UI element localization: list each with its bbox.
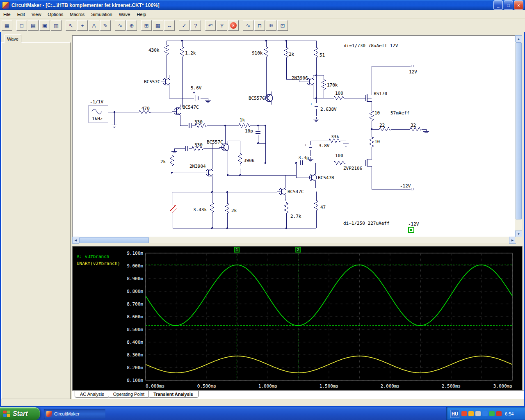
svg-text:10p: 10p: [245, 128, 253, 134]
schematic-vertical-scrollbar[interactable]: ▲ ▼: [515, 35, 522, 237]
svg-text:9.000m: 9.000m: [127, 263, 143, 269]
undo-icon[interactable]: ↶: [205, 20, 216, 31]
probe-icon[interactable]: Y: [217, 20, 227, 31]
zoom-tool-icon[interactable]: ⊕: [126, 20, 137, 31]
tray-icons: [461, 411, 502, 416]
svg-text:-12V: -12V: [400, 183, 411, 189]
svg-text:390k: 390k: [244, 158, 255, 163]
open-file-icon[interactable]: ▤: [28, 20, 39, 31]
maximize-button[interactable]: □: [504, 0, 513, 10]
svg-text:di=1/250 227uAeff: di=1/250 227uAeff: [343, 221, 390, 226]
vertical-scroll-thumb[interactable]: [516, 42, 522, 219]
svg-text:1.000ms: 1.000ms: [258, 383, 277, 389]
schematic-drawing: +++430k1.2k910k2k51di=1/730 78uAeff 12VB…: [73, 36, 516, 237]
fit-to-window-icon[interactable]: ↔: [164, 20, 175, 31]
svg-text:8.900m: 8.900m: [127, 276, 143, 281]
tray-icon-4[interactable]: [482, 411, 488, 416]
schematic-horizontal-scrollbar[interactable]: ◀ ▶: [72, 237, 522, 243]
svg-text:1.2k: 1.2k: [185, 50, 196, 56]
start-button[interactable]: Start: [0, 407, 40, 420]
svg-text:-12V: -12V: [408, 221, 419, 227]
tab-wave[interactable]: Wave: [4, 34, 21, 43]
menu-wave[interactable]: Wave: [116, 11, 134, 18]
tab-transient-analysis[interactable]: Transient Analysis: [148, 391, 199, 398]
svg-text:330: 330: [194, 142, 203, 148]
tab-operating-point[interactable]: Operating Point: [108, 391, 150, 398]
analog-waveforms-icon[interactable]: ∿: [243, 20, 253, 31]
waveform-window[interactable]: 129.100m9.000m8.900m8.800m8.700m8.600m8.…: [72, 246, 523, 390]
svg-text:430k: 430k: [148, 48, 160, 53]
toolbar-separator: [62, 21, 65, 30]
schematic-canvas[interactable]: +++430k1.2k910k2k51di=1/730 78uAeff 12VB…: [72, 35, 516, 237]
find-part-icon[interactable]: ⊞: [141, 20, 152, 31]
toolbar-separator: [240, 21, 242, 30]
tray-icon-6[interactable]: [496, 411, 502, 416]
menu-help[interactable]: Help: [133, 11, 149, 18]
tray-icon-3[interactable]: [475, 411, 481, 416]
svg-text:BC557C: BC557C: [207, 139, 223, 145]
menu-options[interactable]: Options: [44, 11, 66, 18]
save-file-icon[interactable]: ▣: [39, 20, 50, 31]
new-file-icon[interactable]: □: [16, 20, 27, 31]
zoom-wave-icon[interactable]: ∿: [115, 20, 126, 31]
scroll-left-icon[interactable]: ◀: [72, 237, 79, 244]
arrow-tool-icon[interactable]: ↖: [66, 20, 76, 31]
svg-text:22: 22: [379, 123, 385, 128]
minimize-button[interactable]: _: [493, 0, 503, 10]
svg-text:910k: 910k: [252, 50, 263, 56]
svg-text:BC557C: BC557C: [249, 96, 265, 101]
svg-text:10: 10: [374, 110, 380, 116]
svg-text:2.7k: 2.7k: [290, 214, 301, 219]
svg-text:+: +: [193, 90, 195, 94]
menu-simulation[interactable]: Simulation: [88, 11, 115, 18]
menu-file[interactable]: File: [0, 11, 14, 18]
svg-text:330: 330: [194, 119, 203, 125]
svg-text:57mAeff: 57mAeff: [390, 110, 409, 116]
svg-text:170k: 170k: [327, 82, 338, 88]
toolbar-separator: [176, 21, 178, 30]
parts-bin-icon[interactable]: ▦: [2, 20, 12, 31]
wire-tool-icon[interactable]: ✎: [100, 20, 111, 31]
scroll-up-icon[interactable]: ▲: [515, 35, 522, 42]
svg-text:ZVP2106: ZVP2106: [343, 166, 362, 171]
stop-icon[interactable]: ×: [228, 20, 239, 31]
horizontal-scroll-thumb[interactable]: [79, 237, 149, 243]
digital-waveforms-icon[interactable]: ⊓: [254, 20, 265, 31]
start-button-label: Start: [13, 410, 27, 418]
help-icon[interactable]: ?: [190, 20, 201, 31]
menu-macros[interactable]: Macros: [66, 11, 88, 18]
menu-view[interactable]: View: [28, 11, 45, 18]
text-tool-icon[interactable]: A: [89, 20, 99, 31]
mixed-waveforms-icon[interactable]: ≋: [266, 20, 276, 31]
toolbar: ▦□▤▣▥↖+A✎∿⊕⊞▩↔✓?↶Y×∿⊓≋⊡: [0, 19, 525, 32]
title-bar[interactable]: CircuitMaker - [C:...\HTB komplementer f…: [0, 0, 525, 10]
tray-icon-2[interactable]: [468, 411, 474, 416]
scope-window-icon[interactable]: ⊡: [277, 20, 288, 31]
add-part-icon[interactable]: +: [77, 20, 88, 31]
close-button[interactable]: ×: [514, 0, 523, 10]
tab-ac-analysis[interactable]: AC Analysis: [75, 391, 110, 398]
svg-text:BC547C: BC547C: [288, 189, 304, 194]
taskbar-clock: 6:54: [505, 411, 514, 416]
svg-text:BC547B: BC547B: [318, 175, 334, 180]
check-icon[interactable]: ✓: [179, 20, 189, 31]
toolbar-separator: [13, 21, 16, 30]
print-icon[interactable]: ▥: [51, 20, 62, 31]
menu-edit[interactable]: Edit: [14, 11, 28, 18]
analysis-tabs: AC AnalysisOperating PointTransient Anal…: [72, 390, 524, 399]
circuitmaker-task-icon: [46, 411, 52, 417]
tray-icon-5[interactable]: [489, 411, 495, 416]
svg-text:470: 470: [142, 106, 150, 111]
svg-text:-1/1V: -1/1V: [90, 99, 103, 105]
svg-text:2.638V: 2.638V: [320, 107, 337, 112]
taskbar-task-circuitmaker[interactable]: CircuitMaker: [44, 409, 105, 419]
svg-text:2k: 2k: [289, 52, 294, 57]
tray-icon-1[interactable]: [461, 411, 467, 416]
svg-text:+: +: [310, 102, 313, 106]
svg-text:100: 100: [335, 91, 343, 96]
svg-text:2.000ms: 2.000ms: [381, 383, 399, 389]
svg-text:47: 47: [320, 205, 326, 210]
language-indicator[interactable]: HU: [450, 410, 459, 418]
task-label: CircuitMaker: [54, 411, 80, 416]
data-display-icon[interactable]: ▩: [153, 20, 163, 31]
